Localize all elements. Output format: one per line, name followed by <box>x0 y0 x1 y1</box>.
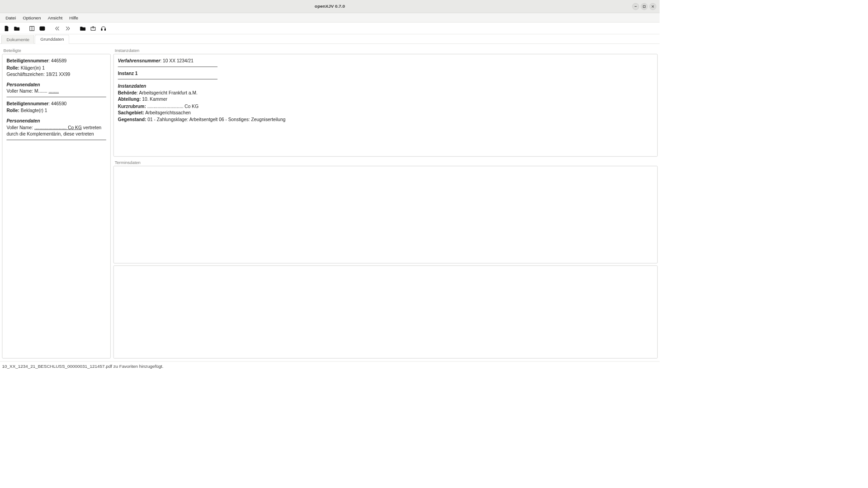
minimize-icon <box>634 5 637 8</box>
sach-label: Sachgebiet: <box>118 110 144 115</box>
svg-rect-1 <box>643 5 646 8</box>
preview-icon <box>39 25 46 32</box>
export-button[interactable] <box>89 24 98 33</box>
p1-fullname: Voller Name: M....... ........ <box>6 88 106 95</box>
abteilung-value: 10. Kammer <box>141 97 167 102</box>
nav-prev-button[interactable] <box>53 24 62 33</box>
kurz-value: ............................ Co KG <box>146 103 198 108</box>
minimize-button[interactable] <box>632 3 639 9</box>
instance-section: Instanzdaten Verfahrensnummer: 10 XX 123… <box>113 47 658 156</box>
headset-icon <box>100 25 107 32</box>
p1-role: Rolle: Kläger(in) 1 <box>6 65 106 71</box>
favorite-folder-button[interactable] <box>78 24 87 33</box>
folder-star-icon <box>80 25 86 32</box>
appointments-panel <box>113 166 658 263</box>
p2-fullname-label: Voller Name: <box>6 125 34 130</box>
menu-view[interactable]: Ansicht <box>44 14 66 21</box>
instance-data-heading: Instanzdaten <box>118 83 653 89</box>
export-icon <box>90 25 96 32</box>
tabbar: Dokumente Grunddaten <box>0 34 660 44</box>
p1-fullname-label: Voller Name: <box>6 89 34 94</box>
double-chevron-right-icon <box>65 25 71 32</box>
proc-number-label: Verfahrensnummer <box>118 58 160 63</box>
abteilung: Abteilung: 10. Kammer <box>118 96 653 103</box>
divider <box>118 79 217 80</box>
statusbar: 10_XX_1234_21_BESCHLUSS_00000031_121457.… <box>0 361 660 371</box>
proc-number: Verfahrensnummer: 10 XX 1234/21 <box>118 58 653 65</box>
close-button[interactable] <box>649 3 656 9</box>
toolbar <box>0 23 660 34</box>
p2-role-label: Rolle: <box>6 108 19 113</box>
p1-role-value: Kläger(in) 1 <box>19 65 45 70</box>
menu-file[interactable]: Datei <box>2 14 19 21</box>
divider <box>6 97 106 97</box>
svg-rect-12 <box>104 28 105 30</box>
behorde: Behörde: Arbeitsgericht Frankfurt a.M. <box>118 89 653 96</box>
double-chevron-left-icon <box>54 25 61 32</box>
support-button[interactable] <box>99 24 108 33</box>
appointments-section: Terminsdaten <box>113 159 658 263</box>
svg-rect-11 <box>101 28 102 30</box>
extra-section <box>113 265 658 358</box>
maximize-button[interactable] <box>641 3 647 9</box>
nav-next-button[interactable] <box>63 24 72 33</box>
p1-persondata-heading: Personendaten <box>6 81 106 88</box>
close-icon <box>651 5 655 8</box>
p1-number-value: : 446589 <box>48 58 66 63</box>
svg-rect-8 <box>41 28 42 29</box>
appointments-label: Terminsdaten <box>113 159 658 166</box>
p1-fullname-uline: ........ <box>48 89 59 94</box>
participants-section: Beteiligte Beteiligtennummer: 446589 Rol… <box>2 47 111 358</box>
svg-rect-7 <box>41 28 44 28</box>
participants-panel: Beteiligtennummer: 446589 Rolle: Kläger(… <box>2 54 111 358</box>
toggle-preview-button[interactable] <box>38 24 47 33</box>
toggle-columns-button[interactable] <box>28 24 37 33</box>
sach-value: Arbeitsgerichtssachen <box>144 110 191 115</box>
instance-label: Instanzdaten <box>113 47 658 54</box>
abteilung-label: Abteilung: <box>118 97 141 102</box>
participant-2: Beteiligtennummer: 446590 Rolle: Beklagt… <box>6 101 106 140</box>
instance-panel: Verfahrensnummer: 10 XX 1234/21 Instanz … <box>113 54 658 156</box>
p2-persondata-heading: Personendaten <box>6 117 106 124</box>
open-folder-button[interactable] <box>12 24 21 33</box>
extra-panel <box>113 265 658 358</box>
p2-number-value: : 446590 <box>48 101 66 106</box>
behorde-value: : Arbeitsgericht Frankfurt a.M. <box>137 90 198 95</box>
file-open-icon <box>4 25 10 32</box>
menu-options[interactable]: Optionen <box>19 14 44 21</box>
p2-number: Beteiligtennummer: 446590 <box>6 101 106 108</box>
kurz-label: Kurzrubrum: <box>118 103 146 108</box>
tab-basicdata[interactable]: Grunddaten <box>35 35 69 44</box>
gegen-label: Gegenstand: <box>118 117 146 122</box>
window-controls <box>632 3 660 9</box>
sachgebiet: Sachgebiet: Arbeitsgerichtssachen <box>118 110 653 117</box>
columns-icon <box>29 25 35 32</box>
p2-fullname: Voller Name: ......................... C… <box>6 124 106 138</box>
maximize-icon <box>642 5 646 8</box>
p1-number: Beteiligtennummer: 446589 <box>6 58 106 65</box>
menubar: Datei Optionen Ansicht Hilfe <box>0 13 660 23</box>
tab-documents[interactable]: Dokumente <box>1 35 34 44</box>
content-area: Beteiligte Beteiligtennummer: 446589 Rol… <box>0 44 660 361</box>
titlebar: openXJV 0.7.0 <box>0 0 660 13</box>
p2-fullname-uline: ......................... Co KG <box>34 125 82 130</box>
p1-fullname-pre: M....... <box>34 89 48 94</box>
gegenstand: Gegenstand: 01 - Zahlungsklage: Arbeitse… <box>118 117 653 123</box>
divider <box>118 66 217 67</box>
p2-number-label: Beteiligtennummer <box>6 101 48 106</box>
svg-rect-6 <box>40 27 45 30</box>
behorde-label: Behörde <box>118 90 137 95</box>
divider <box>6 140 106 140</box>
participants-label: Beteiligte <box>2 47 111 54</box>
menu-help[interactable]: Hilfe <box>66 14 82 21</box>
status-text: 10_XX_1234_21_BESCHLUSS_00000031_121457.… <box>2 364 164 369</box>
open-file-button[interactable] <box>2 24 11 33</box>
participant-1: Beteiligtennummer: 446589 Rolle: Kläger(… <box>6 58 106 97</box>
p1-role-label: Rolle: <box>6 65 19 70</box>
p1-number-label: Beteiligtennummer <box>6 58 48 63</box>
instance-heading: Instanz 1 <box>118 70 653 77</box>
kurzrubrum: Kurzrubrum: ............................… <box>118 103 653 110</box>
p2-role: Rolle: Beklagte(r) 1 <box>6 107 106 114</box>
p1-gz: Geschäftszeichen: 18/21 XX99 <box>6 71 106 78</box>
right-column: Instanzdaten Verfahrensnummer: 10 XX 123… <box>113 47 658 358</box>
